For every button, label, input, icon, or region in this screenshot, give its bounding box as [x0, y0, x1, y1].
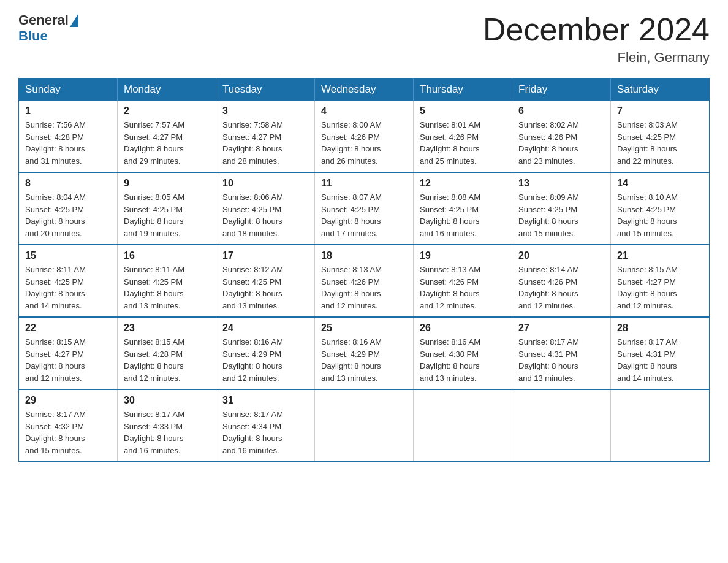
day-number: 13: [518, 178, 604, 189]
day-info: Sunrise: 8:15 AM Sunset: 4:27 PM Dayligh…: [617, 264, 703, 312]
calendar-cell: 30 Sunrise: 8:17 AM Sunset: 4:33 PM Dayl…: [118, 389, 216, 462]
calendar-cell: 9 Sunrise: 8:05 AM Sunset: 4:25 PM Dayli…: [118, 172, 216, 245]
calendar-week-row: 8 Sunrise: 8:04 AM Sunset: 4:25 PM Dayli…: [19, 172, 710, 245]
location: Flein, Germany: [483, 50, 710, 66]
day-info: Sunrise: 8:07 AM Sunset: 4:25 PM Dayligh…: [321, 191, 407, 239]
logo-general-text: General: [18, 12, 69, 28]
day-number: 28: [617, 323, 703, 334]
day-info: Sunrise: 8:11 AM Sunset: 4:25 PM Dayligh…: [25, 264, 111, 312]
day-info: Sunrise: 8:11 AM Sunset: 4:25 PM Dayligh…: [124, 264, 210, 312]
column-header-thursday: Thursday: [414, 79, 512, 101]
calendar-cell: 19 Sunrise: 8:13 AM Sunset: 4:26 PM Dayl…: [414, 245, 512, 317]
day-info: Sunrise: 7:58 AM Sunset: 4:27 PM Dayligh…: [222, 119, 308, 167]
title-section: December 2024 Flein, Germany: [483, 12, 710, 66]
day-info: Sunrise: 8:12 AM Sunset: 4:25 PM Dayligh…: [222, 264, 308, 312]
day-info: Sunrise: 8:13 AM Sunset: 4:26 PM Dayligh…: [321, 264, 407, 312]
day-info: Sunrise: 8:17 AM Sunset: 4:34 PM Dayligh…: [222, 408, 308, 456]
column-header-friday: Friday: [512, 79, 611, 101]
day-info: Sunrise: 8:15 AM Sunset: 4:27 PM Dayligh…: [25, 336, 111, 384]
calendar-header-row: SundayMondayTuesdayWednesdayThursdayFrid…: [19, 79, 710, 101]
calendar-week-row: 22 Sunrise: 8:15 AM Sunset: 4:27 PM Dayl…: [19, 317, 710, 389]
day-number: 16: [124, 250, 210, 261]
day-info: Sunrise: 8:08 AM Sunset: 4:25 PM Dayligh…: [420, 191, 506, 239]
day-number: 31: [222, 395, 308, 406]
day-number: 26: [420, 323, 506, 334]
day-number: 23: [124, 323, 210, 334]
calendar-cell: [611, 389, 710, 462]
calendar-cell: 21 Sunrise: 8:15 AM Sunset: 4:27 PM Dayl…: [611, 245, 710, 317]
calendar-cell: 20 Sunrise: 8:14 AM Sunset: 4:26 PM Dayl…: [512, 245, 611, 317]
day-info: Sunrise: 8:09 AM Sunset: 4:25 PM Dayligh…: [518, 191, 604, 239]
calendar-week-row: 15 Sunrise: 8:11 AM Sunset: 4:25 PM Dayl…: [19, 245, 710, 317]
day-info: Sunrise: 8:13 AM Sunset: 4:26 PM Dayligh…: [420, 264, 506, 312]
calendar-cell: 10 Sunrise: 8:06 AM Sunset: 4:25 PM Dayl…: [216, 172, 315, 245]
day-info: Sunrise: 8:10 AM Sunset: 4:25 PM Dayligh…: [617, 191, 703, 239]
calendar-cell: 3 Sunrise: 7:58 AM Sunset: 4:27 PM Dayli…: [216, 101, 315, 172]
calendar-cell: 1 Sunrise: 7:56 AM Sunset: 4:28 PM Dayli…: [19, 101, 118, 172]
calendar-cell: 4 Sunrise: 8:00 AM Sunset: 4:26 PM Dayli…: [315, 101, 414, 172]
day-info: Sunrise: 8:16 AM Sunset: 4:29 PM Dayligh…: [222, 336, 308, 384]
day-number: 10: [222, 178, 308, 189]
calendar-cell: 15 Sunrise: 8:11 AM Sunset: 4:25 PM Dayl…: [19, 245, 118, 317]
calendar-cell: 12 Sunrise: 8:08 AM Sunset: 4:25 PM Dayl…: [414, 172, 512, 245]
calendar-cell: [512, 389, 611, 462]
day-number: 19: [420, 250, 506, 261]
day-number: 24: [222, 323, 308, 334]
column-header-monday: Monday: [118, 79, 216, 101]
day-number: 21: [617, 250, 703, 261]
day-number: 14: [617, 178, 703, 189]
calendar-cell: 17 Sunrise: 8:12 AM Sunset: 4:25 PM Dayl…: [216, 245, 315, 317]
day-info: Sunrise: 8:16 AM Sunset: 4:30 PM Dayligh…: [420, 336, 506, 384]
day-info: Sunrise: 8:00 AM Sunset: 4:26 PM Dayligh…: [321, 119, 407, 167]
calendar-cell: 27 Sunrise: 8:17 AM Sunset: 4:31 PM Dayl…: [512, 317, 611, 389]
day-number: 2: [124, 105, 210, 117]
calendar-cell: 25 Sunrise: 8:16 AM Sunset: 4:29 PM Dayl…: [315, 317, 414, 389]
calendar-cell: 8 Sunrise: 8:04 AM Sunset: 4:25 PM Dayli…: [19, 172, 118, 245]
calendar-cell: 14 Sunrise: 8:10 AM Sunset: 4:25 PM Dayl…: [611, 172, 710, 245]
day-number: 15: [25, 250, 111, 261]
day-info: Sunrise: 8:17 AM Sunset: 4:33 PM Dayligh…: [124, 408, 210, 456]
calendar-cell: 16 Sunrise: 8:11 AM Sunset: 4:25 PM Dayl…: [118, 245, 216, 317]
day-info: Sunrise: 8:16 AM Sunset: 4:29 PM Dayligh…: [321, 336, 407, 384]
calendar-cell: 18 Sunrise: 8:13 AM Sunset: 4:26 PM Dayl…: [315, 245, 414, 317]
day-info: Sunrise: 8:06 AM Sunset: 4:25 PM Dayligh…: [222, 191, 308, 239]
logo-blue-text: Blue: [18, 28, 48, 44]
logo-triangle-icon: [70, 13, 78, 27]
day-number: 1: [25, 105, 111, 117]
calendar-cell: 6 Sunrise: 8:02 AM Sunset: 4:26 PM Dayli…: [512, 101, 611, 172]
day-info: Sunrise: 8:14 AM Sunset: 4:26 PM Dayligh…: [518, 264, 604, 312]
column-header-wednesday: Wednesday: [315, 79, 414, 101]
day-number: 3: [222, 105, 308, 117]
calendar-cell: 24 Sunrise: 8:16 AM Sunset: 4:29 PM Dayl…: [216, 317, 315, 389]
day-number: 18: [321, 250, 407, 261]
day-info: Sunrise: 8:15 AM Sunset: 4:28 PM Dayligh…: [124, 336, 210, 384]
day-number: 30: [124, 395, 210, 406]
calendar-cell: 29 Sunrise: 8:17 AM Sunset: 4:32 PM Dayl…: [19, 389, 118, 462]
calendar-week-row: 29 Sunrise: 8:17 AM Sunset: 4:32 PM Dayl…: [19, 389, 710, 462]
calendar-cell: [414, 389, 512, 462]
calendar-cell: 11 Sunrise: 8:07 AM Sunset: 4:25 PM Dayl…: [315, 172, 414, 245]
calendar-cell: 26 Sunrise: 8:16 AM Sunset: 4:30 PM Dayl…: [414, 317, 512, 389]
day-info: Sunrise: 8:17 AM Sunset: 4:31 PM Dayligh…: [617, 336, 703, 384]
day-info: Sunrise: 7:56 AM Sunset: 4:28 PM Dayligh…: [25, 119, 111, 167]
calendar-cell: [315, 389, 414, 462]
day-info: Sunrise: 8:05 AM Sunset: 4:25 PM Dayligh…: [124, 191, 210, 239]
day-number: 8: [25, 178, 111, 189]
calendar-cell: 2 Sunrise: 7:57 AM Sunset: 4:27 PM Dayli…: [118, 101, 216, 172]
day-number: 20: [518, 250, 604, 261]
column-header-tuesday: Tuesday: [216, 79, 315, 101]
day-number: 12: [420, 178, 506, 189]
column-header-sunday: Sunday: [19, 79, 118, 101]
column-header-saturday: Saturday: [611, 79, 710, 101]
day-number: 11: [321, 178, 407, 189]
day-info: Sunrise: 8:02 AM Sunset: 4:26 PM Dayligh…: [518, 119, 604, 167]
calendar-cell: 7 Sunrise: 8:03 AM Sunset: 4:25 PM Dayli…: [611, 101, 710, 172]
day-info: Sunrise: 8:17 AM Sunset: 4:32 PM Dayligh…: [25, 408, 111, 456]
day-number: 6: [518, 105, 604, 117]
calendar-table: SundayMondayTuesdayWednesdayThursdayFrid…: [18, 78, 710, 462]
day-info: Sunrise: 7:57 AM Sunset: 4:27 PM Dayligh…: [124, 119, 210, 167]
calendar-cell: 13 Sunrise: 8:09 AM Sunset: 4:25 PM Dayl…: [512, 172, 611, 245]
calendar-cell: 31 Sunrise: 8:17 AM Sunset: 4:34 PM Dayl…: [216, 389, 315, 462]
day-number: 9: [124, 178, 210, 189]
day-number: 25: [321, 323, 407, 334]
